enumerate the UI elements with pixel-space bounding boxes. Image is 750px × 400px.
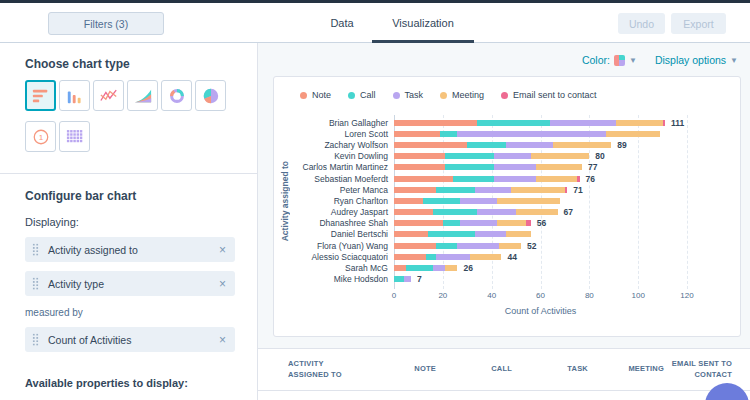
bar-segment-meeting[interactable] — [606, 131, 660, 137]
color-dropdown[interactable]: Color: ▼ — [582, 54, 637, 66]
stacked-bar[interactable]: 52 — [394, 243, 687, 249]
bar-segment-note[interactable] — [394, 142, 467, 148]
legend-item[interactable]: Note — [300, 90, 331, 100]
bar-segment-meeting[interactable] — [445, 265, 457, 271]
bar-segment-call[interactable] — [443, 220, 460, 226]
stacked-bar[interactable]: 7 — [394, 276, 687, 282]
bar-segment-note[interactable] — [394, 164, 445, 170]
bar-segment-task[interactable] — [506, 142, 552, 148]
filters-button[interactable]: Filters (3) — [48, 12, 164, 35]
stacked-bar[interactable]: 80 — [394, 153, 687, 159]
bar-segment-note[interactable] — [394, 131, 440, 137]
stacked-bar[interactable]: 56 — [394, 220, 687, 226]
bar-segment-call[interactable] — [406, 265, 433, 271]
stacked-bar[interactable]: 26 — [394, 265, 687, 271]
display-options-dropdown[interactable]: Display options ▼ — [655, 54, 738, 66]
bar-segment-meeting[interactable] — [470, 254, 502, 260]
dimension-pill-1[interactable]: Activity type × — [25, 271, 235, 296]
table-header-note[interactable]: NOTE — [360, 364, 436, 374]
bar-segment-meeting[interactable] — [497, 220, 526, 226]
export-button[interactable]: Export — [671, 13, 726, 34]
tab-visualization[interactable]: Visualization — [372, 3, 474, 43]
legend-item[interactable]: Email sent to contact — [501, 90, 597, 100]
bar-segment-email-sent-to-contact[interactable] — [663, 120, 665, 126]
remove-icon[interactable]: × — [219, 244, 226, 256]
bar-segment-meeting[interactable] — [497, 198, 560, 204]
bar-segment-note[interactable] — [394, 187, 436, 193]
bar-segment-call[interactable] — [467, 142, 506, 148]
bar-segment-task[interactable] — [494, 164, 536, 170]
chart-type-pie[interactable] — [195, 80, 226, 111]
bar-segment-note[interactable] — [394, 209, 433, 215]
legend-item[interactable]: Call — [348, 90, 376, 100]
stacked-bar[interactable]: 76 — [394, 176, 687, 182]
bar-segment-task[interactable] — [550, 120, 616, 126]
bar-segment-note[interactable] — [394, 243, 436, 249]
bar-segment-call[interactable] — [445, 164, 494, 170]
bar-segment-email-sent-to-contact[interactable] — [565, 187, 567, 193]
stacked-bar[interactable]: 111 — [394, 120, 687, 126]
bar-segment-call[interactable] — [423, 198, 460, 204]
bar-segment-call[interactable] — [394, 276, 404, 282]
dimension-pill-0[interactable]: Activity assigned to × — [25, 237, 235, 262]
bar-segment-task[interactable] — [404, 276, 411, 282]
undo-button[interactable]: Undo — [618, 13, 665, 34]
bar-segment-note[interactable] — [394, 198, 423, 204]
measure-pill-0[interactable]: Count of Activities × — [25, 327, 235, 352]
bar-segment-task[interactable] — [460, 198, 497, 204]
bar-segment-task[interactable] — [460, 220, 497, 226]
chart-type-area[interactable] — [127, 80, 158, 111]
tab-data[interactable]: Data — [312, 3, 372, 43]
table-header-email-sent-to-contact[interactable]: EMAIL SENT TO CONTACT — [664, 359, 732, 379]
bar-segment-call[interactable] — [477, 120, 550, 126]
bar-segment-email-sent-to-contact[interactable] — [526, 220, 531, 226]
table-header-activity-assigned-to[interactable]: ACTIVITY ASSIGNED TO — [288, 359, 360, 379]
stacked-bar[interactable] — [394, 231, 687, 237]
bar-segment-task[interactable] — [477, 209, 516, 215]
chart-type-donut[interactable] — [161, 80, 192, 111]
bar-segment-meeting[interactable] — [536, 164, 582, 170]
stacked-bar[interactable]: 89 — [394, 142, 687, 148]
bar-segment-call[interactable] — [445, 153, 494, 159]
bar-segment-meeting[interactable] — [516, 209, 558, 215]
bar-segment-note[interactable] — [394, 231, 428, 237]
bar-segment-task[interactable] — [457, 243, 499, 249]
chart-type-table[interactable] — [59, 121, 90, 152]
drag-handle-icon[interactable] — [32, 333, 39, 346]
table-header-task[interactable]: TASK — [512, 364, 588, 374]
bar-segment-task[interactable] — [433, 265, 445, 271]
stacked-bar[interactable] — [394, 131, 687, 137]
bar-segment-task[interactable] — [475, 231, 507, 237]
stacked-bar[interactable]: 77 — [394, 164, 687, 170]
stacked-bar[interactable]: 44 — [394, 254, 687, 260]
legend-item[interactable]: Meeting — [440, 90, 484, 100]
bar-segment-note[interactable] — [394, 176, 453, 182]
bar-segment-meeting[interactable] — [499, 243, 521, 249]
bar-segment-meeting[interactable] — [616, 120, 662, 126]
bar-segment-call[interactable] — [426, 254, 436, 260]
bar-segment-call[interactable] — [436, 187, 475, 193]
chart-type-line[interactable] — [93, 80, 124, 111]
stacked-bar[interactable] — [394, 198, 687, 204]
chart-type-horizontal-bar[interactable] — [25, 80, 56, 111]
bar-segment-note[interactable] — [394, 265, 406, 271]
bar-segment-task[interactable] — [436, 254, 470, 260]
bar-segment-call[interactable] — [436, 243, 458, 249]
drag-handle-icon[interactable] — [32, 243, 39, 256]
remove-icon[interactable]: × — [219, 334, 226, 346]
bar-segment-email-sent-to-contact[interactable] — [577, 176, 579, 182]
bar-segment-meeting[interactable] — [531, 153, 590, 159]
bar-segment-note[interactable] — [394, 220, 443, 226]
bar-segment-call[interactable] — [428, 231, 474, 237]
bar-segment-note[interactable] — [394, 153, 445, 159]
bar-segment-task[interactable] — [494, 153, 531, 159]
bar-segment-task[interactable] — [457, 131, 606, 137]
remove-icon[interactable]: × — [219, 278, 226, 290]
drag-handle-icon[interactable] — [32, 277, 39, 290]
bar-segment-meeting[interactable] — [511, 187, 565, 193]
chart-type-summary[interactable]: 1 — [25, 121, 56, 152]
bar-segment-call[interactable] — [440, 131, 457, 137]
bar-segment-task[interactable] — [494, 176, 536, 182]
bar-segment-meeting[interactable] — [553, 142, 612, 148]
table-header-call[interactable]: CALL — [436, 364, 512, 374]
